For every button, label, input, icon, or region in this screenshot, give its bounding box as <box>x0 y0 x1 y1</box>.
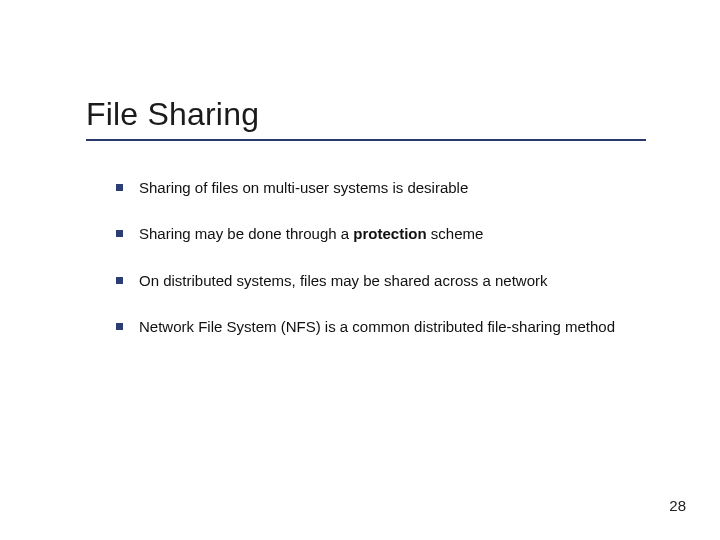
square-bullet-icon <box>116 277 123 284</box>
page-number: 28 <box>669 497 686 514</box>
bullet-text-pre: Sharing may be done through a <box>139 225 353 242</box>
slide-title: File Sharing <box>86 96 646 133</box>
bullet-text: On distributed systems, files may be sha… <box>139 271 548 291</box>
title-underline <box>86 139 646 141</box>
slide: File Sharing Sharing of files on multi-u… <box>0 0 720 540</box>
bullet-text: Sharing may be done through a protection… <box>139 224 483 244</box>
list-item: On distributed systems, files may be sha… <box>116 271 656 291</box>
list-item: Network File System (NFS) is a common di… <box>116 317 656 337</box>
square-bullet-icon <box>116 230 123 237</box>
square-bullet-icon <box>116 184 123 191</box>
bullet-list: Sharing of files on multi-user systems i… <box>116 178 656 363</box>
square-bullet-icon <box>116 323 123 330</box>
bullet-text: Network File System (NFS) is a common di… <box>139 317 615 337</box>
bullet-text-post: scheme <box>427 225 484 242</box>
title-block: File Sharing <box>86 96 646 141</box>
bullet-text: Sharing of files on multi-user systems i… <box>139 178 468 198</box>
list-item: Sharing of files on multi-user systems i… <box>116 178 656 198</box>
list-item: Sharing may be done through a protection… <box>116 224 656 244</box>
bullet-text-bold: protection <box>353 225 426 242</box>
